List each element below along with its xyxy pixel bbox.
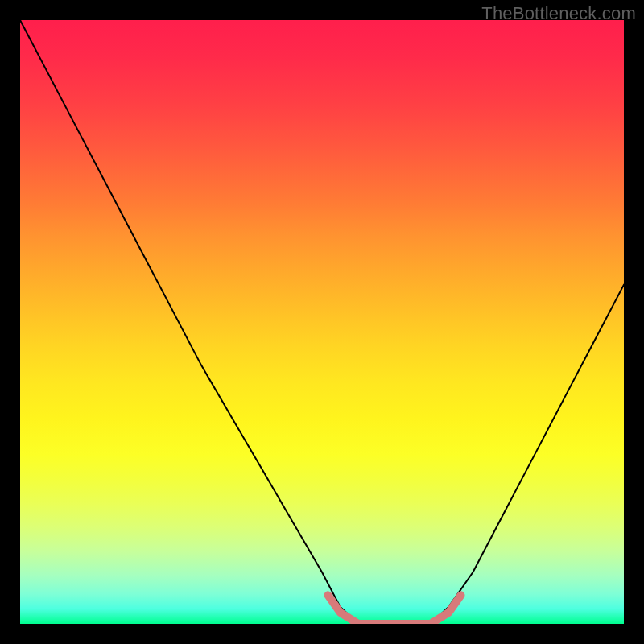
curve-layer [20, 20, 624, 624]
plot-area [20, 20, 624, 624]
bottleneck-curve [20, 20, 624, 624]
watermark-text: TheBottleneck.com [481, 3, 636, 24]
chart-stage: TheBottleneck.com [0, 0, 644, 644]
highlight-band [328, 595, 461, 624]
